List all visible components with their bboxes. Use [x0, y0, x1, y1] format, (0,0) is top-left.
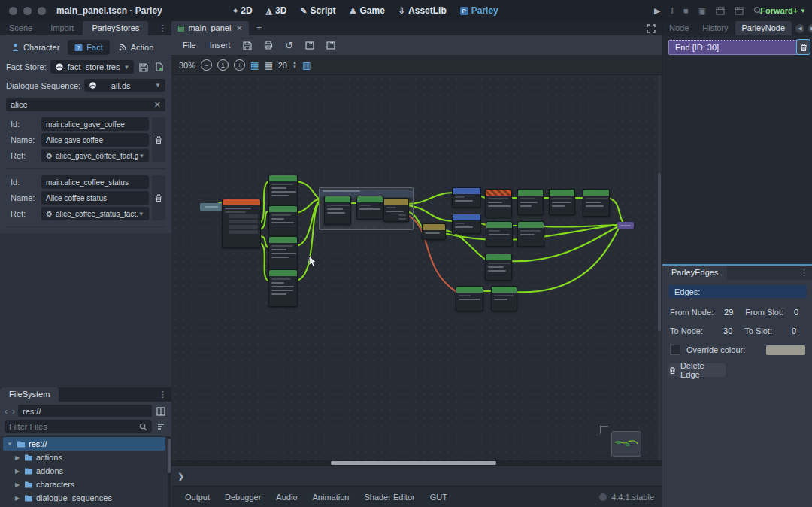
tree-row-actions[interactable]: ▶ actions: [0, 451, 171, 464]
zoom-out-button[interactable]: −: [201, 59, 212, 71]
graph-node-dlg[interactable]: [268, 236, 298, 269]
fact-store-dropdown[interactable]: fact_store.tres▼: [50, 60, 135, 74]
dialogue-sequence-dropdown[interactable]: all.ds▼: [84, 79, 165, 92]
tab-main-panel[interactable]: ▤ main_panel ✕: [171, 21, 249, 35]
filter-files-input[interactable]: Filter Files: [5, 420, 152, 433]
close-tab-icon[interactable]: ✕: [236, 24, 242, 32]
menu-file[interactable]: File: [177, 38, 201, 52]
graph-node-blue[interactable]: [452, 187, 481, 208]
dock-menu-icon[interactable]: ⋮: [795, 268, 812, 280]
graph-node-cond[interactable]: [383, 198, 409, 222]
workspace-assetlib[interactable]: ⇩AssetLib: [398, 5, 447, 16]
graph-canvas[interactable]: [171, 75, 662, 460]
bottom-tab-debugger[interactable]: Debugger: [219, 490, 267, 504]
chevron-right-icon[interactable]: ▶: [14, 481, 21, 488]
minimize-window-button[interactable]: [23, 7, 32, 15]
tree-row-addons[interactable]: ▶ addons: [0, 464, 171, 478]
workspace-game[interactable]: ♟Game: [350, 5, 385, 16]
dock-menu-icon[interactable]: ⋮: [154, 390, 171, 402]
tab-node[interactable]: Node: [662, 21, 695, 35]
fact-ref-dropdown[interactable]: ⚙alice_coffee_status_fact.▼: [41, 207, 149, 220]
graph-node-stripe[interactable]: [485, 189, 512, 217]
graph-node-mini[interactable]: [422, 223, 446, 240]
tab-scene[interactable]: Scene: [0, 21, 41, 35]
fact-id-input[interactable]: main:alice_gave_coffee: [41, 117, 149, 131]
graph-node-end[interactable]: [617, 222, 634, 229]
test-sequence-button[interactable]: [301, 39, 319, 52]
delete-fact-button[interactable]: [152, 175, 165, 220]
bottom-tab-output[interactable]: Output: [179, 490, 216, 504]
dock-menu-icon[interactable]: ⋮: [154, 23, 171, 35]
tab-history[interactable]: History: [695, 21, 735, 35]
graph-node-start[interactable]: [200, 203, 223, 211]
chevron-down-icon[interactable]: ▼: [6, 441, 14, 448]
tab-parleyedges[interactable]: ParleyEdges: [662, 266, 727, 280]
workspace-2d[interactable]: ⌖2D: [233, 5, 253, 16]
distraction-free-icon[interactable]: [641, 24, 662, 35]
tree-row-dialogue-sequences[interactable]: ▶ dialogue_sequences: [0, 491, 171, 505]
graph-node-dlg[interactable]: [356, 196, 383, 220]
path-field[interactable]: res://: [18, 405, 152, 417]
fact-name-input[interactable]: Alice gave coffee: [41, 133, 149, 147]
renderer-selector[interactable]: Forward+▼: [760, 0, 806, 21]
delete-fact-button[interactable]: [152, 117, 165, 162]
fact-name-input[interactable]: Alice coffee status: [41, 191, 149, 205]
zoom-in-button[interactable]: +: [234, 59, 245, 71]
test-from-node-button[interactable]: [322, 39, 340, 52]
graph-node-dlg[interactable]: [268, 269, 298, 307]
graph-node-dlg[interactable]: [268, 205, 298, 235]
tab-parleynode[interactable]: ParleyNode: [735, 21, 792, 35]
minimap-toggle-icon[interactable]: ▥: [302, 60, 311, 71]
remote-debug-icon[interactable]: ▣: [698, 6, 706, 16]
graph-node-dlg[interactable]: [324, 196, 351, 225]
delete-edge-button[interactable]: Delete Edge: [668, 363, 726, 377]
back-icon[interactable]: ‹: [5, 406, 8, 417]
graph-node-match[interactable]: [222, 199, 261, 248]
movie-maker-icon[interactable]: [716, 6, 725, 16]
store-tab-action[interactable]: Action: [111, 40, 161, 55]
grid-size-value[interactable]: 20: [278, 61, 287, 70]
save-store-button[interactable]: [138, 62, 150, 72]
graph-hscrollbar[interactable]: [171, 460, 662, 466]
menu-insert[interactable]: Insert: [205, 38, 236, 52]
bottom-tab-audio[interactable]: Audio: [270, 490, 303, 504]
chevron-right-icon[interactable]: ▶: [14, 468, 21, 475]
graph-node-dlg[interactable]: [485, 254, 512, 281]
store-tab-character[interactable]: Character: [5, 40, 66, 55]
play-button[interactable]: ▶: [654, 6, 660, 16]
tab-parleystores[interactable]: ParleyStores: [83, 21, 148, 35]
graph-node-dlg[interactable]: [268, 175, 298, 208]
chevron-right-icon[interactable]: ▶: [14, 495, 21, 502]
chevron-right-icon[interactable]: ▶: [14, 454, 21, 461]
graph-node-dlg[interactable]: [486, 221, 513, 247]
grid-toggle-icon[interactable]: ▦: [264, 60, 272, 71]
colour-swatch[interactable]: [766, 345, 805, 355]
history-forward-icon[interactable]: ▶: [808, 24, 812, 33]
new-tab-button[interactable]: +: [249, 22, 270, 35]
override-colour-checkbox[interactable]: [670, 345, 680, 355]
tree-row-characters[interactable]: ▶ characters: [0, 478, 171, 491]
bottom-tab-animation[interactable]: Animation: [307, 490, 356, 504]
maximize-window-button[interactable]: [38, 7, 46, 15]
workspace-parley[interactable]: PParley: [460, 5, 498, 16]
graph-node-dlg[interactable]: [583, 189, 610, 217]
pause-button[interactable]: ‖: [670, 6, 674, 15]
graph-node-blue[interactable]: [452, 214, 481, 234]
history-back-icon[interactable]: ◀: [795, 24, 804, 33]
stop-button[interactable]: ■: [683, 6, 689, 15]
new-store-button[interactable]: [153, 62, 165, 71]
graph-minimap[interactable]: [611, 431, 641, 457]
workspace-3d[interactable]: ◮3D: [266, 5, 287, 16]
clear-search-icon[interactable]: ✕: [154, 100, 161, 110]
movie-writer-icon[interactable]: [735, 6, 744, 16]
expand-shelf-icon[interactable]: ❯: [177, 472, 184, 481]
fact-search-input[interactable]: alice ✕: [6, 98, 165, 111]
graph-node-dlg[interactable]: [491, 286, 517, 311]
window-controls[interactable]: [9, 7, 46, 15]
fact-id-input[interactable]: main:alice_coffee_status: [41, 175, 149, 189]
graph-node-dlg[interactable]: [517, 221, 544, 247]
graph-vscrollbar[interactable]: [658, 75, 661, 460]
forward-icon[interactable]: ›: [12, 406, 15, 417]
bottom-tab-gut[interactable]: GUT: [424, 490, 453, 504]
snap-toggle-icon[interactable]: ▦: [250, 60, 259, 71]
